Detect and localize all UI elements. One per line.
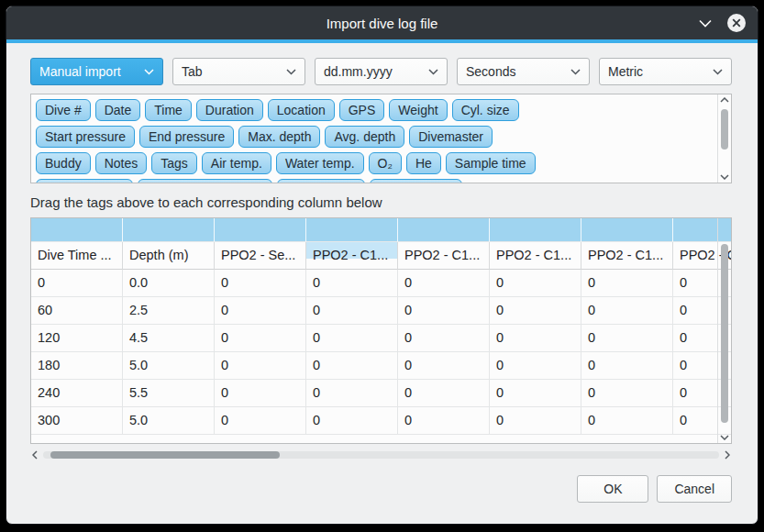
tag-start-pressure[interactable]: Start pressure (36, 126, 135, 148)
scroll-right-button[interactable] (725, 450, 730, 460)
column-header[interactable]: Dive Time ... (31, 242, 123, 270)
table-cell: 300 (31, 407, 123, 435)
tag-end-pressure[interactable]: End pressure (139, 126, 234, 148)
tag-sample-depth[interactable]: Sample depth (36, 179, 133, 183)
table-cell: 0 (581, 325, 673, 352)
table-vertical-scrollbar[interactable] (717, 218, 731, 443)
scrollbar-thumb[interactable] (721, 109, 728, 150)
tag-tags[interactable]: Tags (151, 152, 197, 174)
tag-area-scrollbar[interactable] (717, 94, 731, 183)
tag-o[interactable]: O₂ (369, 152, 402, 174)
drop-target-cell[interactable] (215, 218, 306, 242)
drop-target-cell[interactable] (581, 218, 673, 242)
drop-target-cell[interactable] (306, 218, 398, 242)
tag-sample-po[interactable]: Sample pO₂ (277, 179, 364, 183)
date-format-select[interactable]: dd.mm.yyyy (315, 58, 448, 85)
scroll-up-button[interactable] (718, 97, 731, 103)
table-row: 602.5000000 (31, 297, 732, 325)
tag-location[interactable]: Location (268, 99, 335, 121)
tag-divemaster[interactable]: Divemaster (409, 126, 493, 148)
chevron-down-icon (720, 435, 729, 440)
table-cell: 0 (398, 352, 490, 380)
close-icon (726, 13, 747, 33)
table-cell: 5.0 (123, 352, 215, 380)
column-header[interactable]: PPO2 - Se... (215, 242, 306, 270)
tag-row: Dive #DateTimeDurationLocationGPSWeightC… (36, 99, 711, 121)
table-cell: 0.0 (123, 270, 215, 297)
tag-time[interactable]: Time (145, 99, 192, 121)
table-horizontal-scrollbar[interactable] (30, 449, 732, 461)
field-separator-select[interactable]: Tab (172, 58, 305, 85)
table-row: 2405.5000000 (31, 380, 732, 407)
table-cell: 120 (31, 325, 123, 352)
table-cell: 0 (490, 352, 581, 380)
table-cell: 0 (215, 325, 306, 352)
table-cell: 0 (490, 407, 581, 435)
chevron-down-icon (144, 69, 154, 75)
import-type-select[interactable]: Manual import (30, 58, 163, 85)
drop-target-cell[interactable] (31, 218, 123, 242)
tag-dive[interactable]: Dive # (36, 99, 91, 121)
tag-sample-time[interactable]: Sample time (446, 152, 536, 174)
scroll-down-button[interactable] (718, 435, 731, 440)
scrollbar-thumb[interactable] (721, 244, 728, 423)
drop-target-cell[interactable] (123, 218, 215, 242)
column-header[interactable]: PPO2 - C1... (398, 242, 490, 270)
table-cell: 0 (215, 352, 306, 380)
scroll-left-button[interactable] (32, 450, 38, 460)
import-options-row: Manual import Tab dd.mm.yyyy Seconds (30, 58, 732, 85)
table-cell: 0 (490, 380, 581, 407)
titlebar-buttons (699, 6, 747, 39)
import-dialog-window: Import dive log file Manual import (6, 6, 758, 525)
time-format-select[interactable]: Seconds (457, 58, 590, 85)
scrollbar-thumb[interactable] (50, 451, 280, 459)
table-cell: 240 (31, 380, 123, 407)
column-header[interactable]: PPO2 - C1... (490, 242, 581, 270)
units-value: Metric (608, 64, 643, 79)
table-cell: 0 (398, 297, 490, 325)
tag-sample-cns[interactable]: Sample CNS (370, 179, 462, 183)
tag-water-temp[interactable]: Water temp. (276, 152, 364, 174)
tag-max-depth[interactable]: Max. depth (238, 126, 320, 148)
column-header[interactable]: Depth (m) (123, 242, 215, 270)
window-shade-button[interactable] (699, 19, 712, 28)
tag-sample-temperature[interactable]: Sample temperature (138, 179, 272, 183)
tag-weight[interactable]: Weight (389, 99, 447, 121)
scroll-down-button[interactable] (718, 174, 731, 180)
column-header[interactable]: PPO2 - C1... (581, 242, 673, 270)
chevron-right-icon (725, 450, 730, 460)
tag-avg-depth[interactable]: Avg. depth (325, 126, 404, 148)
tag-he[interactable]: He (406, 152, 441, 174)
table-cell: 4.5 (123, 325, 215, 352)
table-cell: 60 (31, 297, 123, 325)
titlebar[interactable]: Import dive log file (6, 6, 758, 39)
drop-target-cell[interactable] (398, 218, 490, 242)
tag-row: BuddyNotesTagsAir temp.Water temp.O₂HeSa… (36, 152, 711, 174)
tag-gps[interactable]: GPS (339, 99, 385, 121)
window-title: Import dive log file (327, 16, 438, 31)
tag-notes[interactable]: Notes (95, 152, 148, 174)
drag-instruction-label: Drag the tags above to each correspondin… (30, 194, 732, 210)
table-cell: 0 (306, 380, 398, 407)
tag-air-temp[interactable]: Air temp. (202, 152, 271, 174)
table-row: 1204.5000000 (31, 325, 732, 352)
tag-cyl-size[interactable]: Cyl. size (452, 99, 519, 121)
table-cell: 0 (490, 297, 581, 325)
table-grid: Dive Time ...Depth (m)PPO2 - Se...PPO2 -… (31, 218, 732, 435)
table-cell: 0 (398, 325, 490, 352)
cancel-button[interactable]: Cancel (657, 475, 732, 503)
units-select[interactable]: Metric (599, 58, 732, 85)
table-row: 00.0000000 (31, 270, 732, 297)
chevron-down-icon (720, 174, 729, 180)
tag-date[interactable]: Date (95, 99, 141, 121)
time-format-value: Seconds (466, 64, 515, 79)
column-header[interactable]: PPO2 - C1... (306, 242, 398, 270)
close-button[interactable] (726, 13, 747, 33)
tag-buddy[interactable]: Buddy (36, 152, 91, 174)
table-row: 3005.0000000 (31, 407, 732, 435)
tag-duration[interactable]: Duration (196, 99, 263, 121)
table-cell: 0 (581, 380, 673, 407)
ok-button[interactable]: OK (577, 475, 648, 503)
table-cell: 2.5 (123, 297, 215, 325)
drop-target-cell[interactable] (490, 218, 581, 242)
